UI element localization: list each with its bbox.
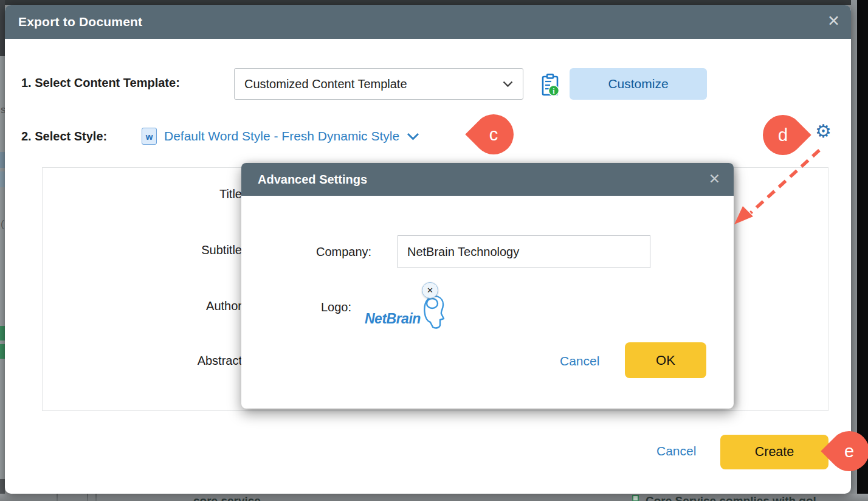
background-fragment: ( — [1, 219, 5, 229]
preview-label-subtitle: Subtitle — [145, 243, 242, 257]
chevron-down-icon — [503, 81, 513, 88]
background-fragment — [0, 171, 5, 187]
background-fragment — [0, 344, 5, 359]
template-info-icon[interactable]: i — [541, 73, 560, 98]
background-fragment — [0, 0, 5, 56]
background-fragment — [632, 495, 639, 501]
background-right-strip — [857, 0, 868, 501]
background-fragment — [87, 494, 88, 501]
company-input[interactable] — [398, 235, 650, 268]
screen: s ( core service Core Service complies w… — [0, 0, 868, 501]
background-fragment — [57, 494, 58, 501]
style-value: Default Word Style - Fresh Dynamic Style — [164, 129, 399, 143]
cancel-link[interactable]: Cancel — [560, 354, 599, 368]
background-text-fragment: Core Service complies with gol — [646, 494, 816, 501]
dialog-title: Export to Document — [18, 15, 142, 29]
background-bottom-strip: core service Core Service complies with … — [0, 494, 868, 501]
customize-button[interactable]: Customize — [570, 68, 707, 100]
background-left-strip: s ( — [0, 0, 5, 501]
select-style-label: 2. Select Style: — [21, 130, 107, 143]
ok-button[interactable]: OK — [625, 342, 706, 378]
background-fragment — [0, 326, 5, 340]
background-fragment — [95, 494, 97, 501]
logo-head-icon — [421, 293, 446, 332]
cancel-link[interactable]: Cancel — [656, 444, 696, 458]
background-fragment: s — [1, 105, 5, 115]
logo-label: Logo: — [321, 300, 351, 314]
export-dialog-header: Export to Document — [5, 5, 851, 39]
advanced-settings-gear-icon[interactable]: ⚙ — [815, 120, 832, 142]
remove-logo-button[interactable]: ✕ — [422, 282, 438, 299]
background-text-fragment: core service — [193, 494, 261, 501]
select-content-template-label: 1. Select Content Template: — [21, 76, 180, 90]
close-icon[interactable]: ✕ — [827, 12, 840, 30]
company-label: Company: — [316, 245, 371, 259]
advanced-settings-dialog: Advanced Settings ✕ Company: Logo: NetBr… — [241, 163, 734, 409]
style-selector[interactable]: w Default Word Style - Fresh Dynamic Sty… — [142, 128, 419, 145]
logo-text: NetBrain — [365, 311, 421, 327]
advanced-settings-header: Advanced Settings — [241, 163, 734, 196]
preview-label-title: Title — [145, 187, 242, 201]
preview-label-author: Author — [145, 299, 242, 313]
create-button[interactable]: Create — [720, 435, 828, 469]
word-file-icon: w — [142, 128, 157, 145]
content-template-select[interactable]: Customized Content Template — [234, 68, 523, 100]
annotation-d: d — [754, 106, 811, 163]
background-fragment — [0, 152, 5, 168]
content-template-value: Customized Content Template — [244, 77, 407, 91]
close-icon[interactable]: ✕ — [709, 171, 720, 187]
chevron-down-icon — [407, 133, 419, 140]
preview-label-abstract: Abstract — [145, 354, 242, 368]
background-top-strip — [0, 0, 868, 5]
annotation-c: c — [465, 106, 522, 162]
advanced-settings-title: Advanced Settings — [258, 173, 367, 187]
company-logo: NetBrain — [365, 288, 456, 332]
